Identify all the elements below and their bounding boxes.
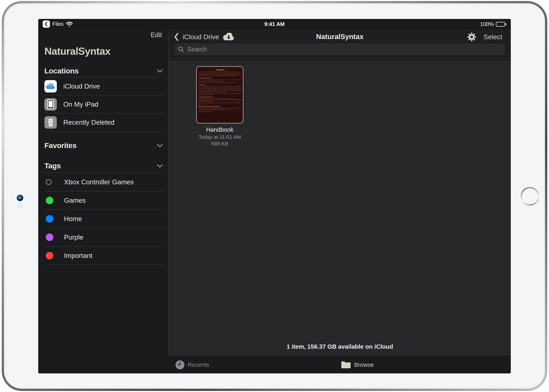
document-thumbnail[interactable]: HandbookWelcome to Natural Syntax, withi… (196, 66, 243, 123)
file-size: 689 KB (196, 141, 243, 147)
tags-section-header[interactable]: Tags (44, 162, 163, 170)
tag-label: Home (64, 215, 82, 223)
tags-header-label: Tags (44, 162, 61, 170)
tags-list: Xbox Controller Games Games Home Purple … (44, 173, 163, 265)
search-icon (178, 46, 184, 52)
file-item-handbook[interactable]: HandbookWelcome to Natural Syntax, withi… (196, 66, 243, 147)
edit-button[interactable]: Edit (151, 31, 162, 39)
nav-right-controls: Select (467, 32, 502, 42)
file-modified-date: Today at 11:01 AM (196, 134, 243, 140)
favorites-section-header[interactable]: Favorites (44, 141, 163, 150)
sidebar-item-label: On My iPad (63, 101, 98, 108)
icloud-drive-icon (44, 80, 57, 92)
search-input[interactable] (187, 46, 479, 53)
tab-browse[interactable]: Browse (341, 356, 374, 373)
select-button[interactable]: Select (484, 33, 502, 41)
files-app-screen: Files 9:41 AM 100% Edit NaturalSyntax (38, 19, 511, 373)
chevron-down-icon[interactable] (157, 69, 163, 73)
battery-percent-label: 100% (480, 21, 494, 27)
tag-label: Games (64, 197, 86, 204)
clock-icon (175, 360, 185, 370)
favorites-header-label: Favorites (44, 141, 77, 150)
ipad-screenshot: Files 9:41 AM 100% Edit NaturalSyntax (0, 0, 549, 392)
tag-circle-icon (46, 179, 52, 185)
sidebar-item-recently-deleted[interactable]: Recently Deleted (44, 113, 163, 132)
search-field[interactable] (174, 43, 505, 55)
sidebar: Edit NaturalSyntax Locations (38, 29, 168, 356)
chevron-down-icon[interactable] (157, 144, 163, 147)
sidebar-item-label: iCloud Drive (63, 83, 100, 90)
locations-list: iCloud Drive On My iPad (44, 77, 163, 132)
nav-title: NaturalSyntax (169, 33, 511, 41)
ambient-light-sensor (17, 203, 22, 208)
tag-circle-icon (46, 252, 53, 259)
tab-browse-label: Browse (354, 361, 374, 368)
sidebar-tag-games[interactable]: Games (44, 191, 163, 210)
locations-section-header[interactable]: Locations (44, 67, 163, 75)
folder-icon (341, 361, 351, 369)
sidebar-item-icloud-drive[interactable]: iCloud Drive (44, 77, 163, 95)
battery-icon (496, 22, 506, 27)
status-time: 9:41 AM (38, 21, 511, 27)
front-camera (17, 195, 23, 201)
sidebar-app-title: NaturalSyntax (44, 45, 110, 57)
status-bar: Files 9:41 AM 100% (38, 19, 511, 29)
document-thumbnail-content: HandbookWelcome to Natural Syntax, withi… (197, 67, 243, 123)
tab-bar: Recents Browse (38, 356, 511, 373)
sidebar-tag-purple[interactable]: Purple (44, 228, 163, 246)
tag-circle-icon (46, 215, 53, 223)
tag-circle-icon (46, 197, 53, 204)
ipad-icon (44, 98, 57, 111)
tag-label: Important (64, 252, 92, 259)
storage-summary: 1 item, 156.37 GB available on iCloud (169, 343, 511, 350)
tab-recents[interactable]: Recents (175, 356, 209, 373)
tab-recents-label: Recents (188, 361, 209, 368)
tag-label: Purple (64, 233, 83, 241)
locations-header-label: Locations (44, 67, 79, 75)
sidebar-item-on-my-ipad[interactable]: On My iPad (44, 95, 163, 113)
status-battery-group: 100% (480, 21, 506, 27)
file-browser-content: HandbookWelcome to Natural Syntax, withi… (169, 61, 511, 356)
file-name: Handbook (196, 126, 243, 133)
tag-label: Xbox Controller Games (64, 178, 134, 186)
sidebar-tag-home[interactable]: Home (44, 210, 163, 228)
main-header: iCloud Drive NaturalSyntax (169, 29, 511, 61)
sidebar-tag-important[interactable]: Important (44, 246, 163, 265)
sidebar-item-label: Recently Deleted (63, 119, 115, 126)
sidebar-tag-xbox-controller-games[interactable]: Xbox Controller Games (44, 173, 163, 191)
gear-icon[interactable] (467, 32, 476, 42)
home-button[interactable] (520, 187, 539, 206)
trash-icon (44, 116, 57, 129)
chevron-down-icon[interactable] (157, 164, 163, 168)
tag-circle-icon (46, 233, 53, 241)
